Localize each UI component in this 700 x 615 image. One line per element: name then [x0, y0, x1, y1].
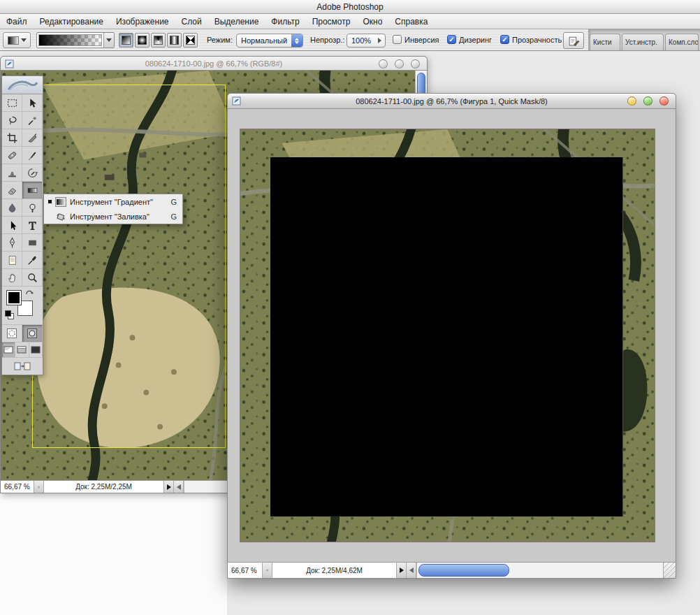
opacity-select[interactable]: 100% — [347, 34, 386, 48]
standard-mode-button[interactable] — [2, 325, 22, 342]
magic-wand-tool-button[interactable] — [22, 112, 43, 129]
clone-stamp-tool-button[interactable] — [2, 164, 22, 182]
flyout-item-gradient[interactable]: Инструмент "Градиент" G — [44, 194, 182, 209]
linear-gradient-button[interactable] — [119, 33, 133, 48]
angle-gradient-button[interactable] — [151, 33, 166, 48]
brush-icon — [27, 150, 38, 161]
menu-layer[interactable]: Слой — [175, 14, 208, 29]
diamond-gradient-button[interactable] — [183, 33, 198, 48]
horizontal-scroll-thumb[interactable] — [418, 564, 509, 577]
window-title-bar[interactable]: 080624-1710-00.jpg @ 66,7% (RGB/8#) — [1, 57, 427, 71]
menu-file[interactable]: Файл — [0, 14, 34, 29]
eyedropper-tool-button[interactable] — [22, 252, 43, 269]
clock-icon — [266, 567, 268, 574]
move-tool-button[interactable] — [22, 94, 43, 112]
fullscreen-menu-button[interactable] — [15, 342, 29, 357]
stepper-icon[interactable] — [291, 34, 302, 47]
blur-tool-button[interactable] — [2, 199, 22, 217]
gradient-sample[interactable] — [38, 34, 102, 46]
zoom-button-icon[interactable] — [395, 59, 404, 68]
photoshop-feather-icon — [6, 78, 39, 92]
radial-gradient-button[interactable] — [135, 33, 150, 48]
timer-icon[interactable] — [34, 481, 44, 493]
history-brush-icon — [27, 167, 38, 179]
slice-tool-button[interactable] — [22, 129, 43, 147]
toolbox-palette[interactable] — [1, 75, 43, 375]
checkbox-icon[interactable] — [447, 35, 456, 44]
notes-tool-button[interactable] — [2, 252, 22, 269]
minimize-button-icon[interactable] — [627, 96, 636, 106]
flyout-item-paint-bucket[interactable]: Инструмент "Заливка" G — [44, 209, 182, 224]
hand-tool-button[interactable] — [2, 269, 22, 287]
transparency-checkbox[interactable]: Прозрачность — [500, 35, 562, 44]
dodge-tool-button[interactable] — [22, 199, 43, 217]
reverse-checkbox[interactable]: Инверсия — [393, 35, 439, 44]
crop-tool-button[interactable] — [2, 129, 22, 147]
menu-help[interactable]: Справка — [388, 14, 434, 29]
toolbox-header[interactable] — [2, 76, 43, 94]
gradient-picker-arrow[interactable] — [103, 33, 114, 48]
scroll-left-button[interactable] — [407, 563, 416, 578]
foreground-color-swatch[interactable] — [6, 290, 22, 305]
document-icon — [232, 96, 241, 106]
tab-tool-presets[interactable]: Уст.инстр. — [622, 34, 664, 50]
document-window-front[interactable]: 080624-1711-00.jpg @ 66,7% (Фигура 1, Qu… — [227, 93, 676, 579]
history-brush-tool-button[interactable] — [22, 164, 43, 182]
zoom-field[interactable]: 66,67 % — [1, 481, 34, 493]
zoom-field[interactable]: 66,67 % — [228, 563, 263, 578]
swap-colors-icon[interactable] — [24, 288, 36, 298]
minimize-button-icon[interactable] — [379, 59, 388, 68]
standard-screen-button[interactable] — [2, 342, 15, 357]
close-button-icon[interactable] — [411, 59, 420, 68]
zoom-button-icon[interactable] — [643, 96, 652, 106]
status-popup-button[interactable] — [397, 563, 407, 578]
menu-filter[interactable]: Фильтр — [265, 14, 305, 29]
resize-grip[interactable] — [663, 563, 676, 578]
reflected-gradient-button[interactable] — [167, 33, 182, 48]
app-title: Adobe Photoshop — [316, 2, 383, 12]
transparency-label: Прозрачность — [512, 36, 562, 44]
tab-brushes[interactable]: Кисти — [590, 34, 620, 50]
dither-checkbox[interactable]: Дизеринг — [447, 35, 492, 44]
tool-grid — [2, 94, 43, 287]
window-title-bar[interactable]: 080624-1711-00.jpg @ 66,7% (Фигура 1, Qu… — [228, 94, 676, 109]
default-colors-icon[interactable] — [5, 310, 15, 320]
scroll-left-button[interactable] — [174, 481, 184, 493]
chevron-left-icon — [409, 567, 414, 573]
type-tool-button[interactable] — [22, 217, 43, 234]
shape-tool-button[interactable] — [22, 234, 43, 252]
menu-image[interactable]: Изображение — [110, 14, 175, 29]
blend-mode-select[interactable]: Нормальный — [236, 34, 303, 48]
menu-select[interactable]: Выделение — [208, 14, 265, 29]
canvas-image[interactable] — [240, 129, 655, 542]
checkbox-icon[interactable] — [500, 35, 509, 44]
doc-size-field[interactable]: Док: 2,25M/2,25M — [44, 481, 164, 493]
eraser-tool-button[interactable] — [2, 182, 22, 199]
pen-tool-button[interactable] — [2, 234, 22, 252]
path-selection-tool-button[interactable] — [2, 217, 22, 234]
gradient-tool-button[interactable] — [22, 182, 43, 199]
quick-mask-mode-button[interactable] — [22, 325, 43, 342]
timer-icon[interactable] — [263, 563, 272, 578]
jump-to-imageready-button[interactable] — [2, 358, 43, 375]
menu-view[interactable]: Просмотр — [306, 14, 357, 29]
fullscreen-button[interactable] — [29, 342, 43, 357]
shortcut-key: G — [170, 212, 178, 221]
tool-preset-picker[interactable] — [3, 32, 31, 48]
doc-size-field[interactable]: Док: 2,25M/4,62M — [272, 563, 397, 578]
canvas-area-front[interactable] — [228, 109, 676, 562]
file-browser-button[interactable] — [563, 32, 584, 49]
status-popup-button[interactable] — [164, 481, 174, 493]
rectangular-marquee-tool-button[interactable] — [2, 94, 22, 112]
checkbox-icon[interactable] — [393, 35, 402, 44]
menu-window[interactable]: Окно — [356, 14, 388, 29]
zoom-tool-button[interactable] — [22, 269, 43, 287]
brush-tool-button[interactable] — [22, 147, 43, 164]
gradient-picker[interactable] — [36, 32, 115, 48]
lasso-tool-button[interactable] — [2, 112, 22, 129]
horizontal-scrollbar[interactable] — [416, 563, 663, 578]
close-button-icon[interactable] — [659, 96, 669, 106]
menu-edit[interactable]: Редактирование — [34, 14, 110, 29]
healing-brush-tool-button[interactable] — [2, 147, 22, 164]
tab-layer-comps[interactable]: Комп.сло — [665, 34, 699, 50]
